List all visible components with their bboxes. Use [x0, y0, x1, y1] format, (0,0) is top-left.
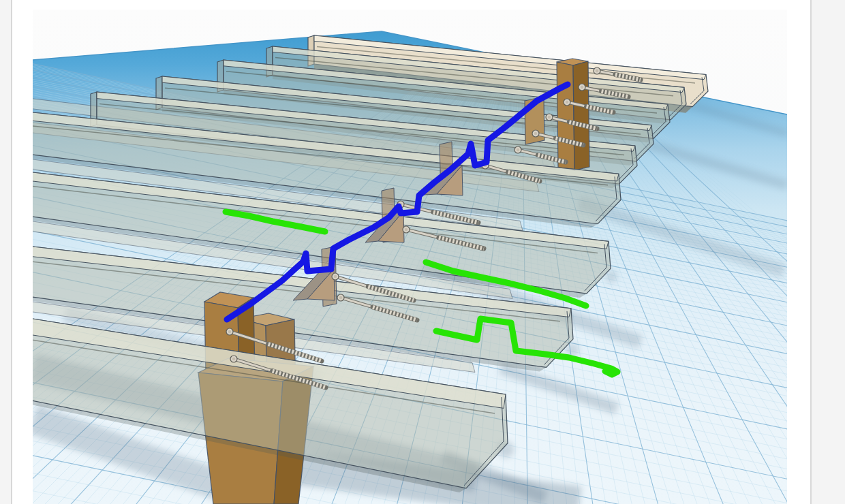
screw-head-hex	[232, 358, 235, 360]
page-left-gutter	[0, 0, 12, 504]
screw-head-hex	[405, 228, 408, 231]
screw-head-hex	[581, 86, 583, 89]
3d-scene[interactable]	[33, 10, 787, 504]
screw-head-hex	[534, 132, 537, 135]
screw-head-hex	[548, 116, 551, 119]
page-right-gutter	[810, 0, 845, 504]
screw-head-hex	[517, 148, 519, 151]
screw-head-hex	[339, 296, 342, 299]
3d-viewport[interactable]	[33, 10, 787, 504]
screw-head-hex	[334, 275, 337, 278]
page	[0, 0, 845, 504]
screw-head-hex	[566, 101, 568, 104]
post-upper-right[interactable]	[557, 59, 589, 170]
screw-head-hex	[228, 330, 231, 333]
post-upper-right-front[interactable]	[557, 62, 574, 170]
post-upper-right-right[interactable]	[573, 61, 589, 170]
screw-head-hex	[596, 69, 598, 72]
